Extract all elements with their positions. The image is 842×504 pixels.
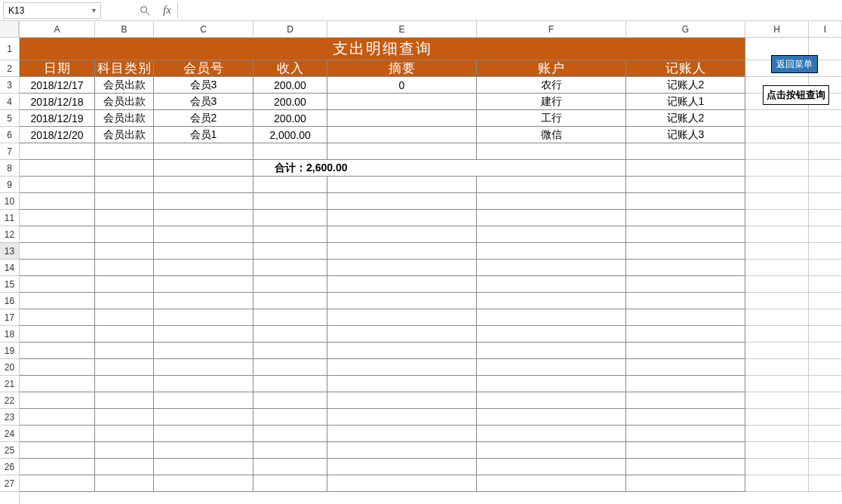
cell-F16[interactable] xyxy=(477,293,626,309)
cell-E18[interactable] xyxy=(327,326,477,343)
cell-E10[interactable] xyxy=(327,193,477,210)
record-2-account[interactable]: 工行 xyxy=(477,110,626,127)
cell-H5[interactable] xyxy=(745,110,809,127)
row-header-1[interactable]: 1 xyxy=(0,38,19,60)
column-header-D[interactable]: D xyxy=(254,21,327,37)
cell-D17[interactable] xyxy=(254,309,327,326)
cell-I18[interactable] xyxy=(809,326,842,343)
row-header-3[interactable]: 3 xyxy=(0,77,19,94)
cell-D22[interactable] xyxy=(254,392,327,409)
cell-B7[interactable] xyxy=(95,143,154,160)
cell-I6[interactable] xyxy=(809,127,842,143)
cell-I9[interactable] xyxy=(809,177,842,193)
cell-G7[interactable] xyxy=(626,143,745,160)
cell-B13[interactable] xyxy=(95,243,154,260)
cell-F20[interactable] xyxy=(477,359,626,376)
row-header-13[interactable]: 13 xyxy=(0,243,19,260)
row-header-4[interactable]: 4 xyxy=(0,94,19,110)
back-to-menu-button[interactable]: 返回菜单 xyxy=(771,55,818,73)
cell-H17[interactable] xyxy=(745,309,809,326)
cell-H23[interactable] xyxy=(745,409,809,426)
cell-F8[interactable] xyxy=(477,160,626,177)
cell-E26[interactable] xyxy=(327,459,477,475)
cell-B22[interactable] xyxy=(95,392,154,409)
dropdown-icon[interactable]: ▾ xyxy=(92,6,96,14)
cell-H12[interactable] xyxy=(745,226,809,243)
cell-I24[interactable] xyxy=(809,426,842,442)
record-1-category[interactable]: 会员出款 xyxy=(95,94,154,110)
cell-G13[interactable] xyxy=(626,243,745,260)
cell-I25[interactable] xyxy=(809,442,842,459)
cell-A18[interactable] xyxy=(20,326,95,343)
cell-D13[interactable] xyxy=(254,243,327,260)
cell-I26[interactable] xyxy=(809,459,842,475)
cell-H16[interactable] xyxy=(745,293,809,309)
cell-A24[interactable] xyxy=(20,426,95,442)
cell-D9[interactable] xyxy=(254,177,327,193)
cell-A8[interactable] xyxy=(20,160,95,177)
cell-G15[interactable] xyxy=(626,276,745,293)
cell-C12[interactable] xyxy=(154,226,254,243)
record-3-income[interactable]: 2,000.00 xyxy=(254,127,327,143)
cell-I19[interactable] xyxy=(809,343,842,359)
cell-B17[interactable] xyxy=(95,309,154,326)
record-2-member[interactable]: 会员2 xyxy=(154,110,254,127)
cell-E19[interactable] xyxy=(327,343,477,359)
cell-A7[interactable] xyxy=(20,143,95,160)
cell-E12[interactable] xyxy=(327,226,477,243)
record-2-accountant[interactable]: 记账人2 xyxy=(626,110,745,127)
cell-B16[interactable] xyxy=(95,293,154,309)
cell-F10[interactable] xyxy=(477,193,626,210)
record-2-income[interactable]: 200.00 xyxy=(254,110,327,127)
name-box[interactable]: K13 ▾ xyxy=(3,2,101,19)
cell-G17[interactable] xyxy=(626,309,745,326)
cell-H7[interactable] xyxy=(745,143,809,160)
row-header-7[interactable]: 7 xyxy=(0,143,19,160)
record-0-date[interactable]: 2018/12/17 xyxy=(20,77,95,94)
cell-H21[interactable] xyxy=(745,376,809,392)
cell-A26[interactable] xyxy=(20,459,95,475)
cell-C7[interactable] xyxy=(154,143,254,160)
cell-I15[interactable] xyxy=(809,276,842,293)
record-0-category[interactable]: 会员出款 xyxy=(95,77,154,94)
cell-D25[interactable] xyxy=(254,442,327,459)
cell-D18[interactable] xyxy=(254,326,327,343)
cell-B20[interactable] xyxy=(95,359,154,376)
cell-A19[interactable] xyxy=(20,343,95,359)
record-0-income[interactable]: 200.00 xyxy=(254,77,327,94)
row-header-5[interactable]: 5 xyxy=(0,110,19,127)
cell-H25[interactable] xyxy=(745,442,809,459)
cell-F17[interactable] xyxy=(477,309,626,326)
cell-B11[interactable] xyxy=(95,210,154,226)
cell-H13[interactable] xyxy=(745,243,809,260)
cell-I22[interactable] xyxy=(809,392,842,409)
row-header-16[interactable]: 16 xyxy=(0,293,19,309)
cell-C20[interactable] xyxy=(154,359,254,376)
cell-F27[interactable] xyxy=(477,475,626,492)
cell-A27[interactable] xyxy=(20,475,95,492)
cell-A16[interactable] xyxy=(20,293,95,309)
cell-H24[interactable] xyxy=(745,426,809,442)
row-header-11[interactable]: 11 xyxy=(0,210,19,226)
row-header-6[interactable]: 6 xyxy=(0,127,19,143)
record-0-member[interactable]: 会员3 xyxy=(154,77,254,94)
record-3-date[interactable]: 2018/12/20 xyxy=(20,127,95,143)
record-3-summary[interactable] xyxy=(327,127,477,143)
cell-I16[interactable] xyxy=(809,293,842,309)
cell-B12[interactable] xyxy=(95,226,154,243)
row-header-27[interactable]: 27 xyxy=(0,475,19,492)
record-1-summary[interactable] xyxy=(327,94,477,110)
row-header-19[interactable]: 19 xyxy=(0,343,19,359)
cell-I17[interactable] xyxy=(809,309,842,326)
cell-G10[interactable] xyxy=(626,193,745,210)
cell-G25[interactable] xyxy=(626,442,745,459)
record-1-member[interactable]: 会员3 xyxy=(154,94,254,110)
cell-H19[interactable] xyxy=(745,343,809,359)
cell-B14[interactable] xyxy=(95,260,154,276)
cell-F23[interactable] xyxy=(477,409,626,426)
cell-E16[interactable] xyxy=(327,293,477,309)
record-1-accountant[interactable]: 记账人1 xyxy=(626,94,745,110)
cell-C27[interactable] xyxy=(154,475,254,492)
cell-E14[interactable] xyxy=(327,260,477,276)
cell-A23[interactable] xyxy=(20,409,95,426)
